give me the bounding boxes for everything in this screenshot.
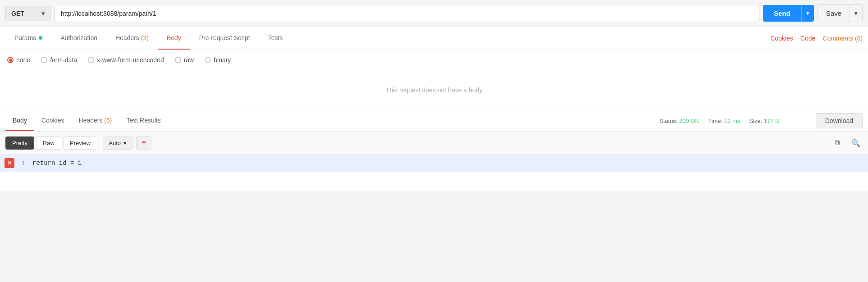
tests-label: Tests — [268, 34, 283, 41]
radio-raw-circle — [175, 57, 181, 63]
save-button[interactable]: Save — [818, 5, 850, 22]
resp-cookies-label: Cookies — [41, 117, 64, 124]
code-line-1: ✕ 1 return id = 1 — [0, 155, 868, 172]
radio-raw-label: raw — [184, 56, 194, 64]
send-button[interactable]: Send — [763, 5, 801, 22]
size-value: 177 B — [764, 118, 779, 124]
tab-params[interactable]: Params — [5, 27, 51, 50]
radio-raw[interactable]: raw — [175, 56, 194, 64]
radio-none-label: none — [16, 56, 30, 64]
copy-icon[interactable]: ⧉ — [830, 136, 844, 150]
line-number: 1 — [19, 160, 32, 167]
authorization-label: Authorization — [60, 34, 97, 41]
format-dropdown[interactable]: Auto ▾ — [103, 136, 132, 150]
prerequest-label: Pre-request Script — [199, 34, 250, 41]
time-label: Time: 12 ms — [708, 118, 740, 124]
request-tabs: Params Authorization Headers (3) Body Pr… — [0, 27, 868, 50]
method-chevron-icon: ▾ — [41, 10, 45, 17]
size-label: Size: 177 B — [749, 118, 779, 124]
comments-link[interactable]: Comments (0) — [822, 35, 863, 42]
send-button-group: Send ▾ — [763, 5, 814, 22]
search-icon[interactable]: 🔍 — [849, 136, 863, 150]
code-actions-right: ⧉ 🔍 — [830, 136, 863, 150]
code-content[interactable]: return id = 1 — [32, 159, 82, 167]
no-body-message: This request does not have a body — [0, 70, 868, 110]
radio-none-circle — [7, 57, 14, 63]
radio-urlencoded[interactable]: x-www-form-urlencoded — [88, 56, 164, 64]
headers-count: (3) — [141, 34, 149, 41]
tab-prerequest[interactable]: Pre-request Script — [190, 27, 259, 50]
time-value: 12 ms — [724, 118, 740, 124]
save-button-group: Save ▾ — [818, 5, 863, 22]
response-tabs: Body Cookies Headers (5) Test Results St… — [0, 110, 868, 132]
no-body-text: This request does not have a body — [386, 86, 483, 94]
format-chevron-icon: ▾ — [123, 140, 127, 146]
headers-label: Headers — [115, 34, 141, 41]
status-label: Status: 200 OK — [659, 118, 699, 124]
cookies-link[interactable]: Cookies — [770, 35, 793, 42]
divider — [793, 114, 793, 127]
radio-form-data[interactable]: form-data — [41, 56, 77, 64]
code-area: ✕ 1 return id = 1 — [0, 155, 868, 191]
tab-headers[interactable]: Headers (3) — [106, 27, 158, 50]
method-dropdown[interactable]: GET ▾ — [5, 6, 50, 21]
radio-none[interactable]: none — [7, 56, 30, 64]
view-preview-button[interactable]: Preview — [63, 136, 97, 150]
error-icon: ✕ — [5, 158, 14, 168]
tab-body[interactable]: Body — [158, 27, 190, 50]
radio-binary[interactable]: binary — [205, 56, 231, 64]
tab-authorization[interactable]: Authorization — [51, 27, 106, 50]
format-label: Auto — [109, 140, 121, 146]
url-bar: GET ▾ Send ▾ Save ▾ — [0, 0, 868, 27]
resp-tab-cookies[interactable]: Cookies — [34, 110, 72, 131]
wrap-button[interactable]: ≡ — [136, 136, 151, 150]
wrap-icon: ≡ — [142, 139, 146, 147]
resp-tab-headers[interactable]: Headers (5) — [72, 110, 119, 131]
tab-tests[interactable]: Tests — [259, 27, 292, 50]
radio-form-data-label: form-data — [50, 56, 77, 64]
download-button[interactable]: Download — [816, 113, 863, 128]
body-label: Body — [167, 34, 181, 41]
method-label: GET — [11, 10, 24, 17]
body-type-bar: none form-data x-www-form-urlencoded raw… — [0, 50, 868, 70]
code-link[interactable]: Code — [800, 35, 815, 42]
params-dot — [39, 36, 42, 40]
url-input[interactable] — [54, 6, 759, 21]
request-tabs-right: Cookies Code Comments (0) — [770, 35, 863, 42]
radio-form-data-circle — [41, 57, 47, 63]
resp-headers-label: Headers — [79, 117, 105, 124]
status-value: 200 OK — [679, 118, 699, 124]
radio-binary-label: binary — [214, 56, 231, 64]
save-dropdown-button[interactable]: ▾ — [850, 5, 863, 22]
view-pretty-button[interactable]: Pretty — [5, 136, 34, 150]
radio-binary-circle — [205, 57, 211, 63]
send-dropdown-button[interactable]: ▾ — [801, 5, 814, 22]
response-meta: Status: 200 OK Time: 12 ms Size: 177 B D… — [659, 113, 863, 128]
radio-urlencoded-circle — [88, 57, 94, 63]
resp-headers-count: (5) — [104, 117, 112, 124]
params-label: Params — [14, 34, 36, 41]
radio-urlencoded-label: x-www-form-urlencoded — [97, 56, 164, 64]
request-tabs-left: Params Authorization Headers (3) Body Pr… — [5, 27, 770, 50]
resp-tab-body[interactable]: Body — [5, 110, 34, 131]
view-raw-button[interactable]: Raw — [36, 136, 61, 150]
resp-test-results-label: Test Results — [126, 117, 160, 124]
response-tabs-left: Body Cookies Headers (5) Test Results — [5, 110, 659, 131]
resp-tab-test-results[interactable]: Test Results — [119, 110, 168, 131]
resp-body-label: Body — [13, 117, 27, 124]
code-toolbar: Pretty Raw Preview Auto ▾ ≡ ⧉ 🔍 — [0, 132, 868, 155]
